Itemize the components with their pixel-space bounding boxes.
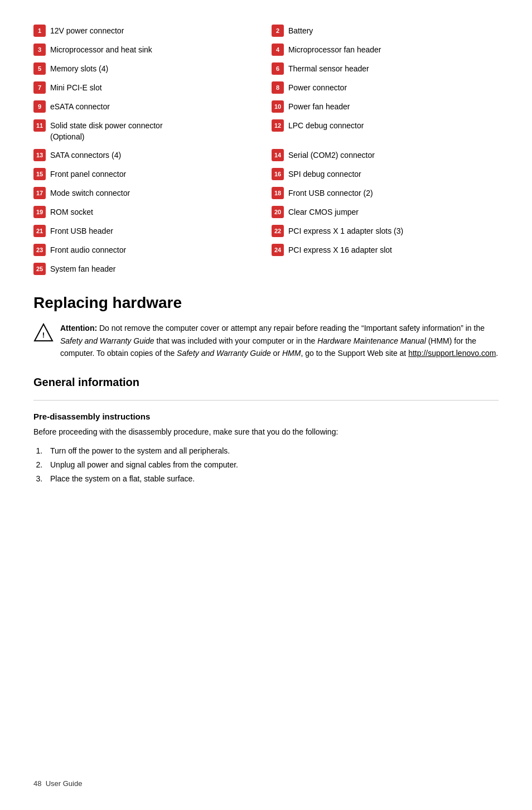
list-item: 1 12V power connector <box>33 22 260 39</box>
list-item: 14 Serial (COM2) connector <box>272 147 499 163</box>
hmm2-italic: HMM <box>282 349 301 358</box>
list-item: 5 Memory slots (4) <box>33 60 260 77</box>
pre-disassembly-title: Pre-disassembly instructions <box>33 412 499 421</box>
badge-22: 22 <box>272 225 284 237</box>
list-item: 8 Power connector <box>272 79 499 96</box>
component-label-21: Front USB header <box>50 225 113 237</box>
list-item: 25 System fan header <box>33 261 260 277</box>
badge-2: 2 <box>272 25 284 37</box>
component-label-6: Thermal sensor header <box>288 62 369 75</box>
badge-5: 5 <box>33 62 46 75</box>
attention-text-2: that was included with your computer or … <box>154 336 318 345</box>
component-label-2: Battery <box>288 25 313 37</box>
list-item: 2 Battery <box>272 22 499 39</box>
badge-19: 19 <box>33 206 46 218</box>
badge-18: 18 <box>272 187 284 199</box>
badge-25: 25 <box>33 263 46 275</box>
support-link[interactable]: http://support.lenovo.com <box>408 349 496 358</box>
list-item: 16 SPI debug connector <box>272 166 499 182</box>
attention-text-5: , go to the Support Web site at <box>301 349 408 358</box>
component-label-12: LPC debug connector <box>288 119 364 132</box>
pre-disassembly-intro: Before proceeding with the disassembly p… <box>33 426 499 438</box>
list-item: 24 PCI express X 16 adapter slot <box>272 242 499 258</box>
component-label-23: Front audio connector <box>50 244 126 256</box>
badge-10: 10 <box>272 100 284 113</box>
safety-warranty-guide-2: Safety and Warranty Guide <box>177 349 271 358</box>
component-label-5: Memory slots (4) <box>50 62 108 75</box>
page-number: 48 <box>33 779 41 788</box>
pre-disassembly-steps: Turn off the power to the system and all… <box>33 444 499 486</box>
attention-paragraph: Attention: Do not remove the computer co… <box>60 322 499 359</box>
component-label-17: Mode switch connector <box>50 187 130 199</box>
general-information-title: General information <box>33 376 499 389</box>
badge-12: 12 <box>272 119 284 132</box>
list-item: 15 Front panel connector <box>33 166 260 182</box>
attention-text-4: or <box>271 349 282 358</box>
badge-15: 15 <box>33 168 46 180</box>
component-label-24: PCI express X 16 adapter slot <box>288 244 392 256</box>
attention-icon: ! <box>33 323 54 343</box>
badge-3: 3 <box>33 44 46 56</box>
component-label-16: SPI debug connector <box>288 168 361 180</box>
list-item: 22 PCI express X 1 adapter slots (3) <box>272 223 499 239</box>
list-item: 9 eSATA connector <box>33 98 260 115</box>
badge-8: 8 <box>272 81 284 94</box>
list-item: 13 SATA connectors (4) <box>33 147 260 163</box>
component-label-22: PCI express X 1 adapter slots (3) <box>288 225 403 237</box>
svg-text:!: ! <box>42 331 45 339</box>
component-label-8: Power connector <box>288 81 347 94</box>
component-label-25: System fan header <box>50 263 116 275</box>
safety-warranty-guide-1: Safety and Warranty Guide <box>60 336 154 345</box>
list-item: 18 Front USB connector (2) <box>272 185 499 201</box>
badge-21: 21 <box>33 225 46 237</box>
list-item: Turn off the power to the system and all… <box>45 444 499 458</box>
attention-text-1: Do not remove the computer cover or atte… <box>99 324 485 332</box>
list-item: 17 Mode switch connector <box>33 185 260 201</box>
component-label-3: Microprocessor and heat sink <box>50 44 152 56</box>
page-footer: 48 User Guide <box>33 779 82 788</box>
badge-1: 1 <box>33 25 46 37</box>
hmm-italic: Hardware Maintenance Manual <box>317 336 426 345</box>
badge-24: 24 <box>272 244 284 256</box>
badge-13: 13 <box>33 149 46 161</box>
badge-23: 23 <box>33 244 46 256</box>
badge-14: 14 <box>272 149 284 161</box>
badge-16: 16 <box>272 168 284 180</box>
component-label-18: Front USB connector (2) <box>288 187 373 199</box>
list-item: 11 Solid state disk power connector(Opti… <box>33 117 260 144</box>
list-item: 12 LPC debug connector <box>272 117 499 144</box>
list-item: 6 Thermal sensor header <box>272 60 499 77</box>
component-label-4: Microprocessor fan header <box>288 44 381 56</box>
list-item: Unplug all power and signal cables from … <box>45 458 499 472</box>
section-divider <box>33 400 499 401</box>
attention-box: ! Attention: Do not remove the computer … <box>33 322 499 359</box>
component-label-11: Solid state disk power connector(Optiona… <box>50 119 163 142</box>
list-item: 19 ROM socket <box>33 204 260 220</box>
link-end: . <box>496 349 498 358</box>
component-label-15: Front panel connector <box>50 168 126 180</box>
component-label-13: SATA connectors (4) <box>50 149 121 161</box>
badge-20: 20 <box>272 206 284 218</box>
badge-9: 9 <box>33 100 46 113</box>
list-item: 7 Mini PCI-E slot <box>33 79 260 96</box>
component-label-7: Mini PCI-E slot <box>50 81 102 94</box>
component-label-9: eSATA connector <box>50 100 110 113</box>
list-item: 21 Front USB header <box>33 223 260 239</box>
component-label-10: Power fan header <box>288 100 350 113</box>
badge-4: 4 <box>272 44 284 56</box>
list-item: 20 Clear CMOS jumper <box>272 204 499 220</box>
badge-17: 17 <box>33 187 46 199</box>
list-item: 10 Power fan header <box>272 98 499 115</box>
component-label-1: 12V power connector <box>50 25 124 37</box>
footer-label: User Guide <box>46 779 83 788</box>
component-label-20: Clear CMOS jumper <box>288 206 359 218</box>
attention-label: Attention: <box>60 324 97 332</box>
component-label-14: Serial (COM2) connector <box>288 149 375 161</box>
badge-6: 6 <box>272 62 284 75</box>
badge-11: 11 <box>33 119 46 132</box>
list-item: Place the system on a flat, stable surfa… <box>45 472 499 486</box>
replacing-hardware-title: Replacing hardware <box>33 294 499 312</box>
badge-7: 7 <box>33 81 46 94</box>
list-item: 23 Front audio connector <box>33 242 260 258</box>
list-item: 3 Microprocessor and heat sink <box>33 41 260 58</box>
